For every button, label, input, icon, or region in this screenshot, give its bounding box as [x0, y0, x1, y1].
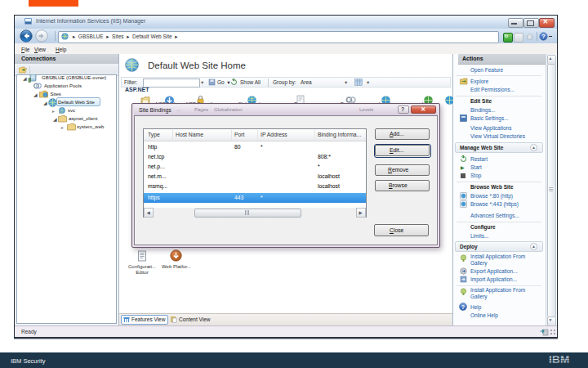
svg-text:IBM: IBM — [549, 353, 569, 365]
svg-text:?: ? — [541, 33, 545, 40]
svg-text:?: ? — [461, 304, 465, 310]
